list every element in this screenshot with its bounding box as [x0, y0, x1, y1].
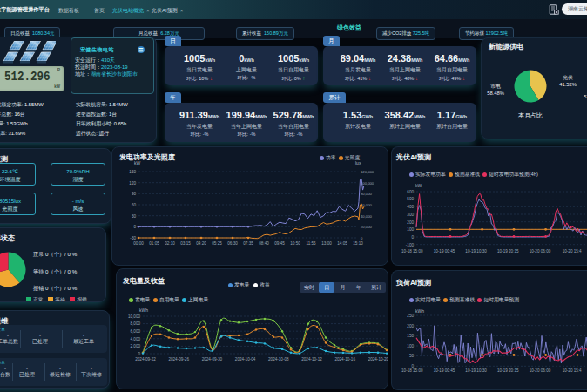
svg-text:08:40: 08:40	[259, 241, 269, 246]
svg-text:40,000: 40,000	[361, 214, 372, 219]
svg-text:2024-10-04: 2024-10-04	[235, 357, 256, 362]
svg-text:500: 500	[407, 197, 414, 201]
svg-text:300: 300	[407, 213, 414, 217]
svg-text:10-19 20:15: 10-19 20:15	[497, 368, 519, 373]
svg-text:10-20 15:4: 10-20 15:4	[563, 368, 582, 373]
svg-text:600: 600	[407, 190, 414, 194]
svg-text:2024-09-30: 2024-09-30	[202, 357, 223, 362]
svg-text:10-19 10:30: 10-19 10:30	[465, 249, 487, 253]
svg-text:10,000: 10,000	[128, 314, 140, 319]
svg-text:2024-10-12: 2024-10-12	[301, 357, 322, 362]
svg-text:04:20: 04:20	[196, 241, 206, 246]
svg-text:-30: -30	[130, 236, 136, 240]
svg-text:100: 100	[407, 344, 414, 348]
svg-text:05:25: 05:25	[212, 241, 222, 246]
svg-text:0: 0	[133, 225, 136, 229]
svg-text:90: 90	[132, 192, 137, 196]
svg-text:10-20 15:4: 10-20 15:4	[563, 249, 582, 253]
svg-text:06:30: 06:30	[227, 241, 238, 246]
svg-text:10-18 15:00: 10-18 15:00	[401, 368, 423, 373]
svg-text:2,000: 2,000	[131, 344, 141, 348]
svg-text:10-18 15:00: 10-18 15:00	[401, 249, 423, 253]
svg-text:2024-10-08: 2024-10-08	[268, 357, 289, 362]
svg-text:10:50: 10:50	[290, 241, 300, 246]
svg-text:60: 60	[132, 203, 137, 207]
svg-text:100: 100	[407, 227, 414, 232]
svg-text:10-19 00:45: 10-19 00:45	[434, 249, 455, 253]
svg-text:10-20 06:00: 10-20 06:00	[530, 368, 551, 373]
svg-text:20,000: 20,000	[361, 225, 372, 229]
svg-text:80,000: 80,000	[361, 192, 372, 196]
svg-text:14:05: 14:05	[337, 241, 347, 246]
svg-text:10-19 20:15: 10-19 20:15	[497, 249, 519, 253]
svg-text:4,000: 4,000	[131, 337, 141, 341]
svg-text:10-19 10:30: 10-19 10:30	[465, 368, 487, 373]
svg-text:01:05: 01:05	[149, 241, 159, 246]
svg-text:09:45: 09:45	[274, 241, 285, 246]
svg-text:11:55: 11:55	[306, 241, 316, 246]
svg-text:0: 0	[138, 352, 140, 356]
svg-text:2024-10-20: 2024-10-20	[368, 357, 388, 362]
svg-text:00:00: 00:00	[133, 241, 144, 246]
svg-text:2024-10-16: 2024-10-16	[334, 357, 355, 362]
svg-text:50: 50	[409, 354, 415, 358]
svg-text:2024-09-22: 2024-09-22	[135, 357, 156, 362]
svg-text:10-19 00:45: 10-19 00:45	[434, 368, 455, 373]
svg-text:0: 0	[411, 235, 414, 240]
svg-text:120: 120	[129, 181, 136, 186]
svg-text:6,000: 6,000	[131, 329, 141, 334]
svg-text:250: 250	[407, 314, 414, 318]
svg-text:2024-09-26: 2024-09-26	[168, 357, 189, 362]
svg-text:120,000: 120,000	[361, 170, 374, 174]
svg-text:8,000: 8,000	[131, 321, 141, 326]
svg-text:200: 200	[407, 324, 414, 328]
svg-text:30: 30	[132, 214, 137, 219]
svg-text:07:35: 07:35	[243, 241, 253, 246]
svg-text:15:10: 15:10	[353, 241, 363, 246]
svg-text:150: 150	[407, 334, 414, 338]
svg-text:200: 200	[407, 220, 414, 225]
svg-text:100,000: 100,000	[361, 181, 374, 186]
svg-text:400: 400	[407, 205, 414, 209]
svg-text:-100: -100	[406, 243, 415, 247]
svg-text:03:15: 03:15	[180, 241, 191, 246]
svg-text:0: 0	[361, 236, 363, 240]
svg-text:02:10: 02:10	[165, 241, 175, 246]
svg-text:13:00: 13:00	[321, 241, 332, 246]
svg-text:150: 150	[129, 170, 136, 174]
svg-text:10-20 06:00: 10-20 06:00	[530, 249, 551, 253]
